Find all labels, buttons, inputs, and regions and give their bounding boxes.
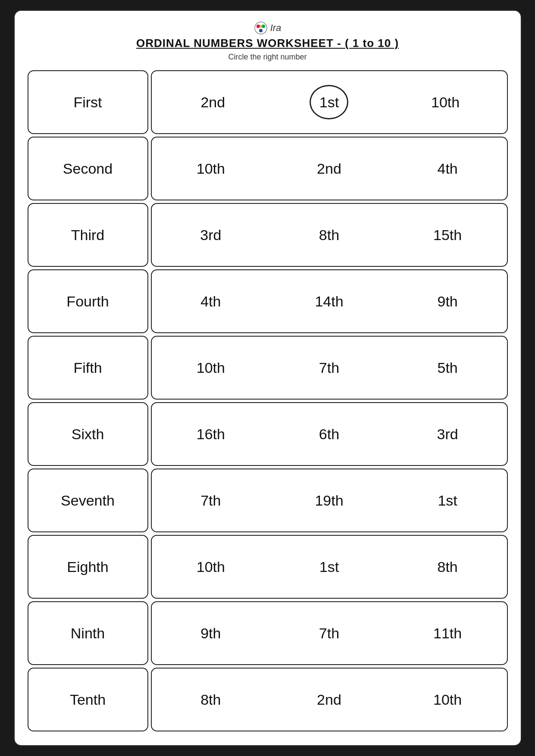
header: Ira ORDINAL NUMBERS WORKSHEET - ( 1 to 1… <box>136 21 399 62</box>
option-item[interactable]: 10th <box>185 350 237 385</box>
word-cell: Second <box>28 137 148 200</box>
word-cell: Ninth <box>28 601 148 665</box>
option-item[interactable]: 15th <box>422 218 473 252</box>
svg-point-3 <box>259 29 263 32</box>
option-item[interactable]: 3rd <box>185 218 237 252</box>
option-item[interactable]: 4th <box>185 284 237 319</box>
word-cell: Seventh <box>28 469 148 532</box>
option-item[interactable]: 19th <box>303 483 355 518</box>
options-cell: 16th6th3rd <box>151 402 508 466</box>
table-row: Fourth4th14th9th <box>28 269 508 333</box>
svg-point-2 <box>262 25 265 28</box>
table-row: Fifth10th7th5th <box>28 336 508 400</box>
options-cell: 10th7th5th <box>151 336 508 400</box>
options-cell: 10th1st8th <box>151 535 508 599</box>
table-row: Tenth8th2nd10th <box>28 668 508 731</box>
word-cell: Third <box>28 203 148 267</box>
word-cell: Tenth <box>28 668 148 731</box>
options-cell: 9th7th11th <box>151 601 508 665</box>
option-item[interactable]: 8th <box>303 218 355 252</box>
option-item[interactable]: 9th <box>185 616 237 650</box>
word-cell: Fourth <box>28 269 148 333</box>
option-item[interactable]: 3rd <box>422 417 473 451</box>
page-subtitle: Circle the right number <box>228 53 307 62</box>
logo-text: Ira <box>270 22 282 34</box>
option-item[interactable]: 7th <box>303 616 355 650</box>
options-cell: 7th19th1st <box>151 469 508 532</box>
options-cell: 4th14th9th <box>151 269 508 333</box>
options-cell: 10th2nd4th <box>151 137 508 200</box>
option-item[interactable]: 4th <box>422 151 473 186</box>
page: Ira ORDINAL NUMBERS WORKSHEET - ( 1 to 1… <box>13 9 522 747</box>
options-cell: 2nd1st10th <box>151 70 508 134</box>
svg-point-1 <box>257 25 260 28</box>
table-container: First2nd1st10thSecond10th2nd4thThird3rd8… <box>28 70 508 737</box>
option-item[interactable]: 10th <box>422 682 473 717</box>
option-item[interactable]: 5th <box>422 350 473 385</box>
option-item[interactable]: 6th <box>303 417 355 451</box>
option-item[interactable]: 1st <box>303 550 355 584</box>
word-cell: Sixth <box>28 402 148 466</box>
word-cell: First <box>28 70 148 134</box>
option-item[interactable]: 10th <box>419 85 471 119</box>
table-row: First2nd1st10th <box>28 70 508 134</box>
page-title: ORDINAL NUMBERS WORKSHEET - ( 1 to 10 ) <box>136 37 399 50</box>
option-item[interactable]: 7th <box>185 483 237 518</box>
option-item[interactable]: 8th <box>422 550 473 584</box>
word-cell: Fifth <box>28 336 148 400</box>
option-item[interactable]: 1st <box>422 483 473 518</box>
option-item[interactable]: 8th <box>185 682 237 717</box>
option-item[interactable]: 2nd <box>303 151 355 186</box>
options-cell: 3rd8th15th <box>151 203 508 267</box>
logo-icon <box>254 21 268 35</box>
option-item[interactable]: 16th <box>185 417 237 451</box>
table-row: Eighth10th1st8th <box>28 535 508 599</box>
table-row: Seventh7th19th1st <box>28 469 508 532</box>
option-item[interactable]: 1st <box>310 85 348 119</box>
option-item[interactable]: 9th <box>422 284 473 319</box>
table-row: Third3rd8th15th <box>28 203 508 267</box>
word-cell: Eighth <box>28 535 148 599</box>
table-row: Ninth9th7th11th <box>28 601 508 665</box>
option-item[interactable]: 2nd <box>303 682 355 717</box>
option-item[interactable]: 10th <box>185 151 237 186</box>
table-row: Second10th2nd4th <box>28 137 508 200</box>
option-item[interactable]: 10th <box>185 550 237 584</box>
options-cell: 8th2nd10th <box>151 668 508 731</box>
option-item[interactable]: 2nd <box>187 85 239 119</box>
option-item[interactable]: 7th <box>303 350 355 385</box>
logo-area: Ira <box>254 21 282 35</box>
svg-point-4 <box>260 25 262 28</box>
table-row: Sixth16th6th3rd <box>28 402 508 466</box>
option-item[interactable]: 14th <box>303 284 355 319</box>
option-item[interactable]: 11th <box>422 616 473 650</box>
